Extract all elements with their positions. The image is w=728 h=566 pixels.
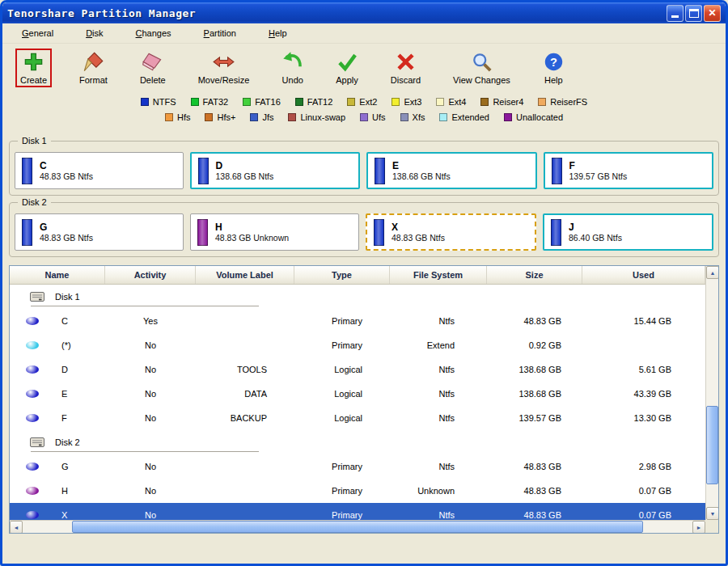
table-row[interactable]: CYesPrimaryNtfs48.83 GB15.44 GB (10, 309, 705, 333)
cell-type: Primary (294, 510, 390, 520)
toolbar-delete-button[interactable]: Delete (135, 49, 171, 87)
column-header-used[interactable]: Used (582, 266, 705, 284)
partition-info: 139.57 GB Ntfs (569, 171, 628, 182)
vertical-scrollbar[interactable]: ▲ ▼ (705, 266, 718, 520)
table-row[interactable]: DNoTOOLSLogicalNtfs138.68 GB5.61 GB (10, 357, 705, 382)
cell-name: X (10, 510, 105, 520)
partition-text: F139.57 GB Ntfs (569, 160, 628, 182)
disk-group-row[interactable]: Disk 2 (10, 430, 705, 454)
legend-label: Ext4 (448, 97, 466, 107)
table-row[interactable]: (*)NoPrimaryExtend0.92 GB (10, 333, 705, 357)
disk-group-label: Disk 1 (18, 136, 51, 146)
horizontal-scroll-thumb[interactable] (72, 521, 642, 533)
cell-file-system: Ntfs (390, 462, 487, 471)
table-row[interactable]: HNoPrimaryUnknown48.83 GB0.07 GB (10, 479, 705, 503)
help-icon: ? (543, 51, 565, 73)
cell-activity: No (105, 389, 196, 399)
partition-box-h[interactable]: H48.83 GB Unknown (190, 213, 359, 251)
horizontal-scrollbar[interactable]: ◄ ► (10, 520, 705, 533)
toolbar-label: Help (544, 75, 563, 85)
partition-letter: J (569, 222, 622, 233)
vertical-scroll-thumb[interactable] (706, 406, 718, 484)
legend-item-reiserfs: ReiserFS (538, 97, 587, 107)
view-changes-icon (471, 51, 493, 73)
table-row[interactable]: ENoDATALogicalNtfs138.68 GB43.39 GB (10, 382, 705, 406)
partition-box-x[interactable]: X48.83 GB Ntfs (366, 213, 536, 251)
menu-item-partition[interactable]: Partition (193, 24, 257, 42)
scroll-right-button[interactable]: ► (692, 521, 705, 534)
column-header-type[interactable]: Type (294, 266, 390, 284)
legend-item-ext2: Ext2 (347, 97, 377, 107)
scroll-up-button[interactable]: ▲ (706, 266, 719, 279)
partition-dot-icon (26, 390, 39, 398)
partition-box-g[interactable]: G48.83 GB Ntfs (15, 213, 184, 251)
partition-box-c[interactable]: C48.83 GB Ntfs (15, 152, 184, 189)
partition-box-j[interactable]: J86.40 GB Ntfs (543, 213, 713, 251)
cell-name: H (10, 486, 105, 496)
cell-used: 5.61 GB (582, 365, 705, 374)
close-button[interactable]: ✕ (704, 5, 721, 22)
toolbar-move-resize-button[interactable]: Move/Resize (193, 49, 255, 87)
partition-name: H (61, 486, 68, 496)
toolbar-discard-button[interactable]: Discard (386, 49, 425, 87)
partition-letter: H (215, 222, 289, 233)
partition-letter: G (40, 222, 93, 233)
toolbar-create-button[interactable]: Create (15, 49, 52, 87)
table-row[interactable]: GNoPrimaryNtfs48.83 GB2.98 GB (10, 454, 705, 479)
partition-box-e[interactable]: E138.68 GB Ntfs (366, 152, 537, 189)
menu-item-general[interactable]: General (11, 24, 74, 42)
cell-size: 48.83 GB (487, 486, 582, 496)
partition-box-d[interactable]: D138.68 GB Ntfs (190, 152, 361, 189)
cell-type: Logical (294, 365, 390, 374)
cell-used: 15.44 GB (582, 316, 705, 326)
maximize-button[interactable] (685, 5, 702, 22)
cell-file-system: Ntfs (390, 316, 487, 326)
partition-text: G48.83 GB Ntfs (40, 222, 93, 243)
toolbar-undo-button[interactable]: Undo (277, 49, 308, 87)
disk-map-area: Disk 1C48.83 GB NtfsD138.68 GB NtfsE138.… (2, 137, 726, 264)
menu-item-help[interactable]: Help (257, 24, 308, 42)
column-header-file-system[interactable]: File System (390, 266, 487, 284)
toolbar-apply-button[interactable]: Apply (331, 49, 363, 87)
scroll-left-button[interactable]: ◄ (10, 521, 23, 534)
partition-text: X48.83 GB Ntfs (392, 222, 445, 243)
disk-group-label: Disk 2 (18, 197, 51, 207)
toolbar-view-changes-button[interactable]: View Changes (448, 49, 515, 87)
table-row[interactable]: XNoPrimaryNtfs48.83 GB0.07 GB (10, 503, 705, 520)
legend-row-2: HfsHfs+JfsLinux-swapUfsXfsExtendedUnallo… (165, 112, 563, 122)
legend-swatch (504, 113, 512, 121)
column-header-activity[interactable]: Activity (105, 266, 196, 284)
cell-activity: Yes (105, 316, 196, 326)
partition-dot-icon (26, 487, 39, 495)
table-row[interactable]: FNoBACKUPLogicalNtfs139.57 GB13.30 GB (10, 406, 705, 430)
cell-name: G (10, 462, 105, 471)
legend-swatch (243, 98, 251, 106)
cell-type: Primary (294, 340, 390, 350)
column-header-size[interactable]: Size (487, 266, 582, 284)
legend-item-hfs: Hfs (165, 112, 191, 122)
legend-swatch (295, 98, 303, 106)
cell-file-system: Ntfs (390, 365, 487, 374)
toolbar-help-button[interactable]: ?Help (538, 49, 569, 87)
legend-swatch (250, 113, 258, 121)
legend-item-ntfs: NTFS (141, 97, 176, 107)
column-header-name[interactable]: Name (10, 266, 105, 284)
menu-item-changes[interactable]: Changes (125, 24, 193, 42)
partition-color-bar (551, 219, 561, 246)
legend-swatch (141, 98, 149, 106)
column-header-volume-label[interactable]: Volume Label (196, 266, 294, 284)
minimize-button[interactable] (667, 5, 684, 22)
cell-used: 2.98 GB (582, 462, 705, 471)
menu-item-disk[interactable]: Disk (74, 24, 124, 42)
scroll-down-button[interactable]: ▼ (706, 507, 719, 520)
legend-label: Ext3 (404, 97, 421, 107)
disk-group-row[interactable]: Disk 1 (10, 285, 705, 309)
legend-swatch (165, 113, 173, 121)
toolbar-format-button[interactable]: Format (74, 49, 112, 87)
svg-text:?: ? (550, 56, 557, 69)
legend-swatch (439, 113, 447, 121)
cell-activity: No (105, 486, 196, 496)
partition-box-f[interactable]: F139.57 GB Ntfs (544, 152, 714, 189)
partition-letter: C (40, 160, 93, 171)
legend-label: NTFS (153, 97, 176, 107)
